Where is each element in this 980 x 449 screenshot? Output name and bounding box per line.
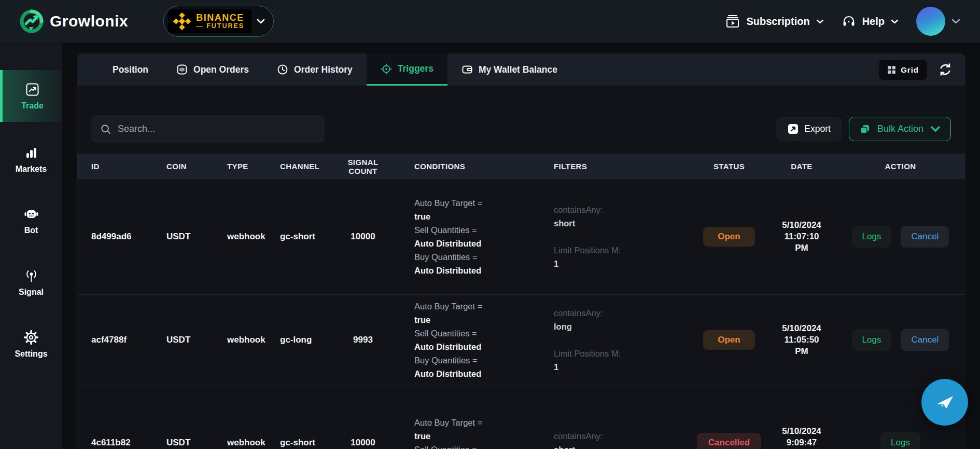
export-label: Export xyxy=(804,124,831,134)
cancel-button[interactable]: Cancel xyxy=(901,329,949,351)
search-input[interactable] xyxy=(118,124,315,134)
profile-menu[interactable] xyxy=(916,7,960,36)
sidebar-item-markets[interactable]: Markets xyxy=(0,137,62,183)
status-badge: Open xyxy=(703,227,755,247)
tab-triggers[interactable]: Triggers xyxy=(367,53,447,86)
filter-label: containsAny: xyxy=(554,306,690,320)
avatar xyxy=(916,7,945,36)
top-bar: Growlonix BINANCE — FUTURES xyxy=(0,0,980,43)
filter-label: Limit Positions M: xyxy=(554,243,690,257)
export-button[interactable]: Export xyxy=(776,117,842,141)
paper-plane-icon xyxy=(933,391,956,414)
trigger-filters: containsAny:short xyxy=(554,429,690,449)
filter-value: 1 xyxy=(554,360,690,374)
trigger-coin: USDT xyxy=(166,438,227,448)
col-date: DATE xyxy=(768,162,835,171)
tab-order-history[interactable]: Order History xyxy=(263,53,367,86)
trigger-channel: gc-short xyxy=(280,232,332,242)
status-badge: Cancelled xyxy=(697,433,761,449)
bar-chart-icon xyxy=(24,146,38,160)
chevron-down-icon xyxy=(951,19,960,24)
condition-value: Auto Distributed xyxy=(414,264,554,277)
logs-button[interactable]: Logs xyxy=(880,432,920,449)
triggers-panel: Export Bulk Action ID xyxy=(77,86,965,449)
condition-value: Auto Distributed xyxy=(414,340,554,353)
trigger-channel: gc-short xyxy=(280,438,332,448)
sidebar-item-bot[interactable]: Bot xyxy=(0,198,62,244)
search-box[interactable] xyxy=(91,115,325,143)
copy-icon xyxy=(860,124,870,134)
table-row: 4c611b82 USDT webhook gc-short 10000 Aut… xyxy=(77,385,965,449)
grid-view-toggle[interactable]: Grid xyxy=(879,60,927,80)
col-coin: COIN xyxy=(166,162,227,171)
main-panel: Position Open Orders Order History xyxy=(77,53,965,449)
trigger-filters: containsAny:long Limit Positions M:1 xyxy=(554,306,690,374)
status-badge: Open xyxy=(703,330,755,350)
condition-label: Auto Buy Target = xyxy=(414,196,554,210)
growlonix-logo-icon xyxy=(20,9,44,33)
condition-label: Auto Buy Target = xyxy=(414,300,554,313)
sidebar-item-trade[interactable]: Trade xyxy=(0,70,62,122)
grid-label: Grid xyxy=(901,65,919,74)
date-time: 11:05:50 xyxy=(768,334,835,346)
logs-button[interactable]: Logs xyxy=(852,226,892,248)
date-time: 11:07:10 xyxy=(768,231,835,242)
col-status: STATUS xyxy=(690,162,768,171)
sidebar: Trade Markets Bot xyxy=(0,43,62,449)
trigger-id: acf4788f xyxy=(91,335,166,345)
brand-name: Growlonix xyxy=(50,12,128,30)
tab-my-wallet-balance[interactable]: My Wallet Balance xyxy=(447,53,571,86)
bulk-action-button[interactable]: Bulk Action xyxy=(849,117,951,141)
brand-logo[interactable]: Growlonix xyxy=(20,9,128,33)
chevron-down-icon xyxy=(891,19,899,24)
date-meridiem: PM xyxy=(768,346,835,357)
tab-position[interactable]: Position xyxy=(99,53,162,86)
sidebar-label-markets: Markets xyxy=(16,165,47,174)
trigger-date: 5/10/2024 11:05:50 PM xyxy=(768,323,835,357)
wallet-icon xyxy=(461,64,473,75)
trigger-status-cell: Open xyxy=(690,227,768,247)
refresh-button[interactable] xyxy=(939,63,952,76)
subscription-menu[interactable]: Subscription xyxy=(725,14,823,29)
cancel-button[interactable]: Cancel xyxy=(901,226,949,248)
exchange-name: BINANCE xyxy=(196,13,244,23)
sidebar-item-settings[interactable]: Settings xyxy=(0,321,62,368)
trigger-coin: USDT xyxy=(166,335,227,345)
col-filters: FILTERS xyxy=(554,162,690,171)
condition-label: Sell Quantities = xyxy=(414,443,554,449)
tab-open-orders[interactable]: Open Orders xyxy=(162,53,263,86)
condition-label: Auto Buy Target = xyxy=(414,416,554,429)
date-time: 9:09:47 xyxy=(768,437,835,448)
open-orders-icon xyxy=(176,64,188,75)
chevron-down-icon xyxy=(816,19,824,24)
trigger-coin: USDT xyxy=(166,232,227,242)
help-menu[interactable]: Help xyxy=(842,14,899,29)
sidebar-label-bot: Bot xyxy=(24,226,38,235)
trigger-signal-count: 10000 xyxy=(332,438,414,448)
filter-label: containsAny: xyxy=(554,203,690,216)
trigger-status-cell: Cancelled xyxy=(690,433,768,449)
trigger-conditions: Auto Buy Target =true Sell Quantities =A… xyxy=(414,300,554,380)
date-meridiem: PM xyxy=(768,242,835,254)
logs-button[interactable]: Logs xyxy=(852,329,892,351)
table-row: 8d499ad6 USDT webhook gc-short 10000 Aut… xyxy=(77,179,965,295)
condition-value: Auto Distributed xyxy=(414,367,554,380)
trigger-actions: Logs Cancel xyxy=(835,226,965,248)
trade-chart-icon xyxy=(25,83,39,97)
exchange-selector[interactable]: BINANCE — FUTURES xyxy=(163,6,274,37)
filter-value: short xyxy=(554,216,690,230)
filter-value: 1 xyxy=(554,257,690,270)
trigger-actions: Logs xyxy=(835,432,965,449)
table-header: ID COIN TYPE CHANNEL SIGNAL COUNT CONDIT… xyxy=(77,154,965,179)
search-icon xyxy=(101,124,111,134)
date-day: 5/10/2024 xyxy=(768,426,835,437)
telegram-fab-button[interactable] xyxy=(921,379,968,426)
subscription-label: Subscription xyxy=(746,16,809,28)
robot-icon xyxy=(24,207,39,221)
condition-label: Sell Quantities = xyxy=(414,326,554,340)
chevron-down-icon xyxy=(257,19,265,24)
exchange-badge: BINANCE — FUTURES xyxy=(168,9,251,33)
col-id: ID xyxy=(91,162,166,171)
trigger-conditions: Auto Buy Target =true Sell Quantities =A… xyxy=(414,196,554,277)
sidebar-item-signal[interactable]: Signal xyxy=(0,259,62,306)
